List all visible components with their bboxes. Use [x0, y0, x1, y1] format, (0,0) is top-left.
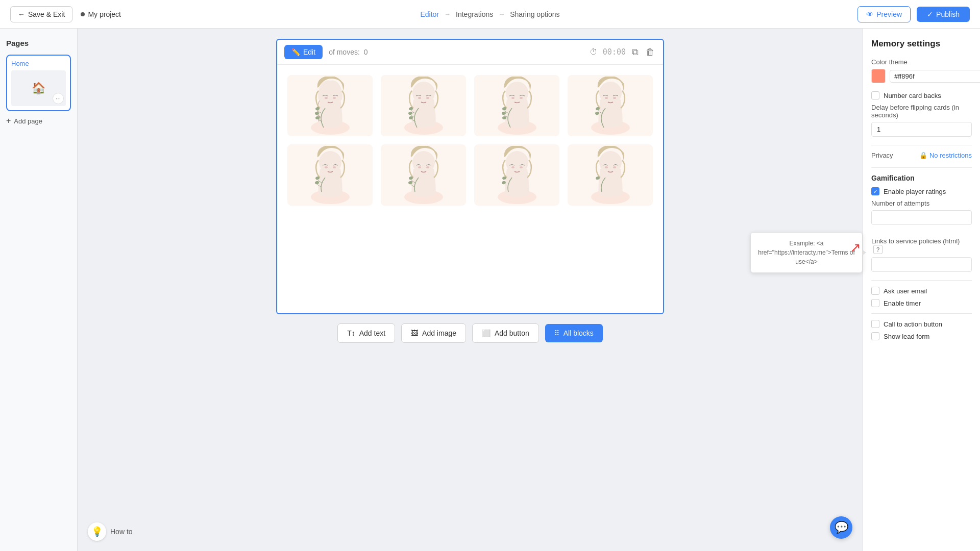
card-image-6 [381, 144, 466, 206]
memory-grid [277, 65, 663, 216]
canvas-wrapper: ✏️ Edit of moves: 0 ⏱ 00:00 ⧉ 🗑 [276, 39, 664, 314]
howto-button[interactable]: 💡 How to [88, 522, 133, 541]
page-card-home[interactable]: Home 🏠 ··· [6, 55, 71, 111]
color-theme-label: Color theme [871, 58, 972, 66]
card-image-2 [381, 75, 466, 136]
svg-point-15 [506, 82, 528, 104]
red-arrow-indicator: ↗ [850, 240, 865, 255]
links-policy-help-button[interactable]: ? [873, 245, 883, 254]
memory-card-1[interactable] [287, 75, 373, 136]
howto-label: How to [110, 528, 133, 536]
add-text-label: Add text [359, 329, 385, 337]
topnav-right: 👁 Preview ✓ Publish [857, 6, 970, 22]
publish-button[interactable]: ✓ Publish [917, 7, 970, 22]
divider-3 [871, 280, 972, 281]
svg-point-34 [412, 151, 435, 173]
back-arrow-icon: ← [18, 10, 25, 18]
all-blocks-button[interactable]: ⠿ All blocks [545, 324, 603, 342]
nav-step-sharing[interactable]: Sharing options [510, 10, 559, 18]
memory-card-3[interactable] [474, 75, 559, 136]
card-image-4 [568, 75, 653, 136]
attempts-input[interactable] [871, 210, 972, 225]
nav-arrow-1: → [444, 10, 451, 18]
svg-point-40 [506, 151, 528, 173]
svg-point-29 [325, 166, 328, 168]
moves-count: 0 [364, 48, 368, 56]
canvas-toolbar-right: ⏱ 00:00 ⧉ 🗑 [590, 46, 656, 59]
nav-step-integrations[interactable]: Integrations [456, 10, 493, 18]
svg-point-17 [520, 97, 523, 99]
memory-card-2[interactable] [381, 75, 466, 136]
moves-info: of moves: 0 [329, 48, 368, 56]
lock-icon: 🔒 [919, 152, 927, 159]
enable-ratings-checkbox[interactable] [871, 187, 879, 195]
svg-point-47 [605, 166, 608, 168]
chat-bubble-button[interactable]: 💬 [830, 516, 852, 539]
nav-step-editor[interactable]: Editor [420, 10, 439, 18]
moves-label: of moves: [329, 48, 360, 56]
card-image-1 [287, 75, 373, 136]
enable-timer-label: Enable timer [884, 299, 921, 307]
svg-point-22 [599, 82, 622, 104]
save-exit-button[interactable]: ← Save & Exit [10, 6, 72, 22]
memory-card-7[interactable] [474, 144, 559, 206]
memory-card-5[interactable] [287, 144, 373, 206]
edit-label: Edit [303, 48, 315, 56]
add-page-button[interactable]: + Add page [6, 116, 71, 126]
pages-title: Pages [6, 39, 71, 47]
attempts-section: Number of attempts [871, 199, 972, 229]
memory-card-6[interactable] [381, 144, 466, 206]
svg-point-42 [520, 166, 523, 168]
delete-button[interactable]: 🗑 [645, 46, 656, 59]
links-policy-label: Links to service policies (html) [871, 237, 960, 245]
svg-point-16 [511, 97, 514, 99]
add-image-button[interactable]: 🖼 Add image [401, 323, 466, 343]
canvas-area: ✏️ Edit of moves: 0 ⏱ 00:00 ⧉ 🗑 [78, 29, 863, 551]
plus-icon: + [6, 116, 11, 126]
number-card-backs-row: Number card backs [871, 91, 972, 99]
number-card-backs-checkbox[interactable] [871, 91, 879, 99]
show-lead-form-checkbox[interactable] [871, 332, 879, 340]
call-to-action-checkbox[interactable] [871, 320, 879, 328]
page-card-home-label: Home [11, 60, 66, 67]
add-text-button[interactable]: T↕ Add text [337, 323, 395, 343]
show-lead-form-label: Show lead form [884, 333, 929, 340]
svg-point-2 [325, 97, 328, 99]
project-name: My project [81, 10, 121, 18]
page-options-button[interactable]: ··· [53, 93, 64, 104]
enable-timer-checkbox[interactable] [871, 299, 879, 307]
privacy-link-label: No restrictions [929, 152, 972, 159]
topnav: ← Save & Exit My project Editor → Integr… [0, 0, 980, 29]
edit-button[interactable]: ✏️ Edit [284, 45, 323, 59]
svg-point-9 [418, 97, 421, 99]
memory-card-8[interactable] [568, 144, 653, 206]
svg-point-35 [418, 166, 421, 168]
attempts-label: Number of attempts [871, 199, 972, 207]
topnav-center: Editor → Integrations → Sharing options [420, 10, 559, 18]
privacy-link[interactable]: 🔒 No restrictions [919, 152, 972, 159]
publish-label: Publish [936, 10, 960, 18]
color-swatch[interactable] [871, 69, 886, 83]
add-button-button[interactable]: ⬜ Add button [472, 323, 539, 343]
eye-icon: 👁 [866, 10, 873, 18]
page-thumb-home: 🏠 ··· [11, 70, 66, 106]
svg-point-23 [605, 97, 608, 99]
memory-card-4[interactable] [568, 75, 653, 136]
links-policy-label-row: Links to service policies (html) ? [871, 237, 972, 254]
add-image-label: Add image [422, 329, 456, 337]
color-theme-section: Color theme [871, 58, 972, 83]
copy-button[interactable]: ⧉ [631, 46, 640, 59]
card-image-7 [474, 144, 559, 206]
links-policy-input[interactable] [871, 257, 972, 272]
svg-point-3 [333, 97, 336, 99]
all-blocks-label: All blocks [564, 329, 594, 337]
grid-icon: ⠿ [554, 329, 559, 337]
color-input[interactable] [890, 70, 980, 83]
image-icon: 🖼 [411, 329, 418, 337]
delay-input[interactable] [871, 122, 972, 137]
preview-label: Preview [876, 10, 902, 18]
preview-button[interactable]: 👁 Preview [857, 6, 911, 22]
ask-email-checkbox[interactable] [871, 287, 879, 295]
button-icon: ⬜ [482, 329, 491, 337]
show-lead-form-row: Show lead form [871, 332, 972, 340]
